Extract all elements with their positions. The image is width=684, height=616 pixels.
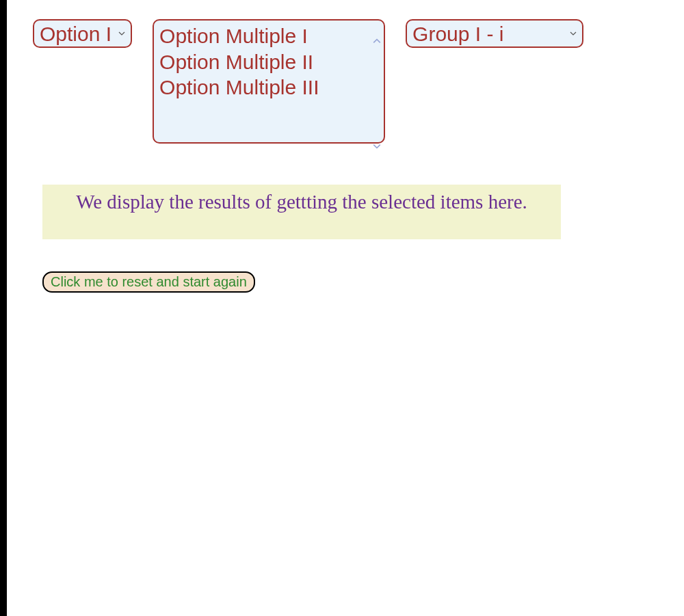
selects-row: Option I Option Multiple I Option Multip…: [33, 19, 583, 144]
multi-option[interactable]: Option Multiple II: [159, 49, 370, 75]
reset-button[interactable]: Click me to reset and start again: [42, 271, 255, 293]
left-black-strip: [0, 0, 7, 616]
chevron-down-icon: [570, 30, 577, 37]
multi-option[interactable]: Option Multiple I: [159, 23, 370, 49]
select-group-value: Group I - i: [412, 21, 503, 47]
select-multiple-options[interactable]: Option Multiple I Option Multiple II Opt…: [153, 19, 385, 144]
scroll-down-icon[interactable]: [373, 130, 381, 138]
results-display: We display the results of gettting the s…: [42, 185, 561, 239]
multi-option[interactable]: Option Multiple III: [159, 75, 370, 101]
select-group-option[interactable]: Group I - i: [406, 19, 583, 48]
chevron-down-icon: [118, 30, 125, 37]
select-single-option[interactable]: Option I: [33, 19, 132, 48]
scroll-up-icon[interactable]: [373, 25, 381, 33]
select-single-value: Option I: [40, 21, 111, 47]
